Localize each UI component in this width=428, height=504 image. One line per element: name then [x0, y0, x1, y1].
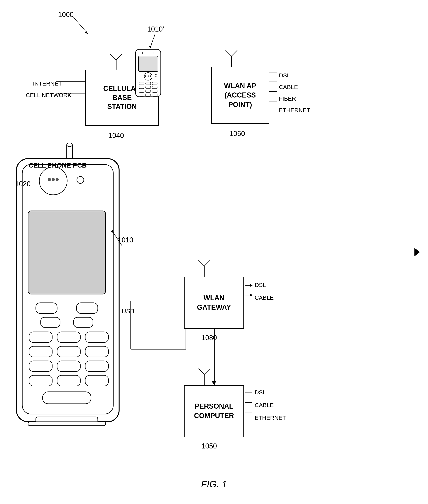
wlan-gateway-box: WLAN GATEWAY — [184, 277, 244, 329]
small-phone — [132, 39, 165, 101]
svg-point-16 — [145, 75, 146, 77]
pc-box-text: PERSONAL COMPUTER — [194, 402, 234, 420]
svg-rect-57 — [29, 375, 52, 386]
label-1060: 1060 — [230, 130, 245, 138]
svg-line-84 — [204, 368, 210, 374]
wlan-gw-labels: DSL CABLE — [255, 279, 274, 304]
svg-rect-52 — [57, 346, 80, 357]
svg-point-64 — [56, 178, 59, 181]
svg-line-9 — [110, 54, 116, 60]
usb-bracket — [129, 301, 191, 351]
label-1050: 1050 — [201, 442, 217, 450]
wlan-ap-box-text: WLAN AP (ACCESS POINT) — [224, 81, 256, 110]
svg-marker-79 — [250, 284, 253, 287]
diagram-container: 1000 1010' INTERNET CELL NETWORK CELLULA… — [0, 0, 428, 504]
svg-point-17 — [148, 75, 149, 77]
svg-rect-55 — [57, 361, 80, 371]
arrow-1000-svg — [52, 16, 101, 39]
svg-line-0 — [74, 17, 87, 33]
label-1010: 1010 — [118, 236, 133, 244]
svg-marker-69 — [111, 230, 114, 233]
svg-rect-14 — [139, 56, 158, 72]
svg-rect-48 — [29, 332, 52, 343]
svg-rect-44 — [36, 303, 57, 313]
svg-point-40 — [67, 143, 72, 147]
svg-rect-46 — [41, 317, 60, 327]
svg-rect-43 — [28, 211, 106, 294]
svg-rect-54 — [29, 361, 52, 371]
svg-rect-58 — [57, 375, 80, 386]
wlan-gw-box-text: WLAN GATEWAY — [197, 293, 231, 312]
svg-point-65 — [77, 176, 84, 184]
svg-rect-50 — [85, 332, 108, 343]
svg-line-34 — [231, 50, 237, 56]
svg-rect-56 — [85, 361, 108, 371]
cellnet-connection — [56, 91, 88, 97]
svg-point-62 — [48, 178, 51, 181]
wlan-ap-labels: DSL CABLE FIBER ETHERNET — [279, 70, 310, 116]
internet-connection — [56, 79, 88, 85]
antenna-wlan-gw — [196, 256, 213, 280]
svg-marker-81 — [250, 294, 253, 296]
svg-rect-67 — [28, 422, 106, 426]
svg-line-10 — [116, 54, 122, 60]
svg-line-83 — [198, 368, 204, 374]
figure-label: FIG. 1 — [201, 479, 227, 489]
antenna-pc — [196, 365, 213, 388]
cell-phone-pcb-label: CELL PHONE PCB — [29, 161, 87, 169]
antenna-cbs — [107, 50, 125, 72]
svg-line-77 — [204, 260, 210, 266]
svg-rect-53 — [85, 346, 108, 357]
svg-line-76 — [198, 260, 204, 266]
svg-rect-60 — [43, 392, 91, 404]
svg-rect-47 — [74, 317, 93, 327]
right-arrow — [414, 248, 420, 256]
pc-labels: DSL CABLE ETHERNET — [255, 386, 286, 424]
label-1040: 1040 — [108, 132, 124, 140]
antenna-wlan-ap — [223, 47, 240, 70]
svg-point-63 — [52, 178, 55, 181]
gw-to-pc-line — [214, 329, 214, 385]
wlan-ap-box: WLAN AP (ACCESS POINT) — [211, 67, 269, 124]
svg-rect-59 — [85, 375, 108, 386]
svg-point-18 — [150, 75, 151, 77]
svg-rect-49 — [57, 332, 80, 343]
label-1080: 1080 — [201, 334, 217, 342]
svg-rect-45 — [76, 303, 98, 313]
svg-marker-1 — [85, 31, 88, 34]
svg-line-33 — [226, 50, 231, 56]
label-1020: 1020 — [15, 180, 31, 188]
svg-rect-51 — [29, 346, 52, 357]
label-1010prime: 1010' — [147, 25, 164, 33]
pc-box: PERSONAL COMPUTER — [184, 385, 244, 437]
